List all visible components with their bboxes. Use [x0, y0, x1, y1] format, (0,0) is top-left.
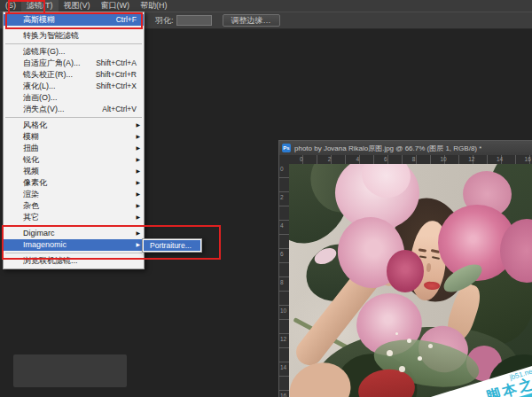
menu-shortcut: Ctrl+F: [116, 14, 140, 26]
ruler-v-number: 12: [280, 336, 286, 342]
ruler-h-number: 10: [441, 156, 447, 162]
photo-shape: [356, 366, 418, 397]
menu-shortcut: Alt+Ctrl+V: [102, 104, 140, 115]
menubar-item-4[interactable]: 帮助(H): [135, 0, 173, 12]
filter-menu-item-21[interactable]: Digimarc▶: [4, 228, 144, 239]
photo-shape: [432, 256, 440, 260]
filter-menu-separator: [5, 27, 142, 28]
submenu-arrow-icon: ▶: [136, 200, 140, 212]
filter-menu-item-22[interactable]: Imagenomic▶: [4, 239, 144, 251]
filter-menu-item-7[interactable]: 液化(L)...Shift+Ctrl+X: [4, 81, 144, 92]
photo-shape: [459, 167, 515, 222]
filter-menu-item-9[interactable]: 消失点(V)...Alt+Ctrl+V: [4, 104, 144, 115]
watermark: jb51.net 脚本之家: [389, 359, 532, 397]
ruler-v-number: 2: [280, 194, 284, 200]
ruler-v-number: 14: [280, 364, 286, 370]
menu-bar: (S)滤镜(T)视图(V)窗口(W)帮助(H): [0, 0, 532, 12]
filter-menu-item-label: 风格化: [23, 120, 47, 131]
photo-shape: [291, 250, 394, 371]
photo-shape: [438, 205, 516, 281]
canvas-photo[interactable]: jb51.net 脚本之家: [289, 164, 532, 397]
ruler-h-number: 2: [328, 156, 332, 162]
photo-shape: [500, 219, 532, 283]
menubar-item-3[interactable]: 窗口(W): [96, 0, 136, 12]
filter-menu-item-label: 转换为智能滤镜: [23, 30, 79, 42]
filter-menu-item-11[interactable]: 风格化▶: [4, 120, 144, 131]
filter-menu-separator: [5, 43, 142, 44]
document-title-bar[interactable]: Ps photo by Jovana Rikalo原图.jpg @ 66.7% …: [279, 141, 532, 155]
filter-menu-item-19[interactable]: 其它▶: [4, 212, 144, 223]
filter-menu-item-6[interactable]: 镜头校正(R)...Shift+Ctrl+R: [4, 69, 144, 81]
filter-menu-item-label: 其它: [23, 212, 39, 223]
portraiture-submenu-item-0[interactable]: Portraiture...: [143, 239, 201, 252]
submenu-arrow-icon: ▶: [136, 228, 140, 239]
photo-shape: [424, 281, 441, 290]
filter-menu-item-label: Digimarc: [23, 228, 55, 239]
photo-shape: [332, 212, 411, 293]
filter-menu-item-label: 锐化: [23, 154, 39, 166]
menubar-item-2[interactable]: 视图(V): [59, 0, 96, 12]
submenu-arrow-icon: ▶: [136, 177, 140, 189]
filter-menu-item-label: Imagenomic: [23, 239, 66, 251]
photo-shape: [385, 192, 476, 308]
document-window: Ps photo by Jovana Rikalo原图.jpg @ 66.7% …: [278, 140, 532, 397]
ruler-h-number: 8: [412, 156, 416, 162]
photo-shape: [297, 232, 375, 312]
photo-shape: [312, 245, 339, 267]
filter-menu-item-label: 像素化: [23, 177, 47, 189]
photo-shape: [450, 256, 532, 355]
filter-menu-item-0[interactable]: 高斯模糊Ctrl+F: [4, 14, 144, 26]
photo-shape: [293, 317, 369, 361]
menu-shortcut: Shift+Ctrl+X: [96, 81, 140, 92]
ruler-h-number: 6: [384, 156, 387, 162]
filter-menu-item-15[interactable]: 视频▶: [4, 166, 144, 177]
ruler-v-number: 0: [280, 166, 284, 172]
filter-menu-item-17[interactable]: 渲染▶: [4, 189, 144, 200]
filter-menu-separator: [5, 253, 142, 253]
filter-menu-item-label: 液化(L)...: [23, 81, 56, 92]
filter-menu-item-label: 消失点(V)...: [23, 104, 65, 115]
filter-menu-item-label: 扭曲: [23, 143, 39, 154]
filter-menu-item-16[interactable]: 像素化▶: [4, 177, 144, 189]
filter-menu: 高斯模糊Ctrl+F转换为智能滤镜滤镜库(G)...自适应广角(A)...Shi…: [3, 12, 145, 269]
filter-menu-item-8[interactable]: 油画(O)...: [4, 92, 144, 104]
refine-edge-button[interactable]: 调整边缘…: [223, 14, 280, 27]
photo-shape: [414, 321, 473, 378]
filter-menu-item-label: 自适应广角(A)...: [23, 58, 81, 69]
menu-shortcut: Shift+Ctrl+A: [96, 58, 140, 69]
photo-shape: [387, 250, 424, 292]
filter-menu-item-label: 镜头校正(R)...: [23, 69, 73, 81]
submenu-arrow-icon: ▶: [136, 212, 140, 223]
menubar-item-1[interactable]: 滤镜(T): [21, 0, 59, 12]
filter-menu-item-4[interactable]: 滤镜库(G)...: [4, 46, 144, 58]
ruler-h-number: 14: [497, 156, 503, 162]
filter-menu-item-18[interactable]: 杂色▶: [4, 200, 144, 212]
photo-shape: [443, 281, 485, 343]
filter-menu-item-12[interactable]: 模糊▶: [4, 131, 144, 143]
photo-shape: [302, 164, 373, 220]
feather-input[interactable]: [176, 15, 212, 26]
photo-shape: [466, 346, 502, 381]
filter-menu-item-label: 杂色: [23, 200, 39, 212]
filter-menu-item-24[interactable]: 浏览联机滤镜...: [4, 255, 144, 267]
ruler-h-number: 4: [356, 156, 359, 162]
photo-shape: [405, 219, 451, 303]
filter-menu-item-2[interactable]: 转换为智能滤镜: [4, 30, 144, 42]
ruler-h-number: 16: [525, 156, 531, 162]
watermark-band: jb51.net 脚本之家: [389, 359, 532, 397]
menubar-item-0[interactable]: (S): [0, 0, 21, 12]
photo-shape: [289, 270, 395, 394]
filter-menu-item-label: 滤镜库(G)...: [23, 46, 66, 58]
photo-shape: [364, 230, 407, 290]
submenu-arrow-icon: ▶: [136, 166, 140, 177]
photo-shape: [289, 354, 358, 397]
ruler-v-number: 10: [280, 307, 286, 314]
photo-shape: [426, 263, 432, 272]
photo-shape: [335, 164, 419, 230]
filter-menu-item-13[interactable]: 扭曲▶: [4, 143, 144, 154]
filter-menu-item-5[interactable]: 自适应广角(A)...Shift+Ctrl+A: [4, 58, 144, 69]
filter-menu-item-14[interactable]: 锐化▶: [4, 154, 144, 166]
submenu-arrow-icon: ▶: [136, 239, 140, 251]
filter-menu-separator: [5, 117, 142, 118]
submenu-arrow-icon: ▶: [136, 189, 140, 200]
